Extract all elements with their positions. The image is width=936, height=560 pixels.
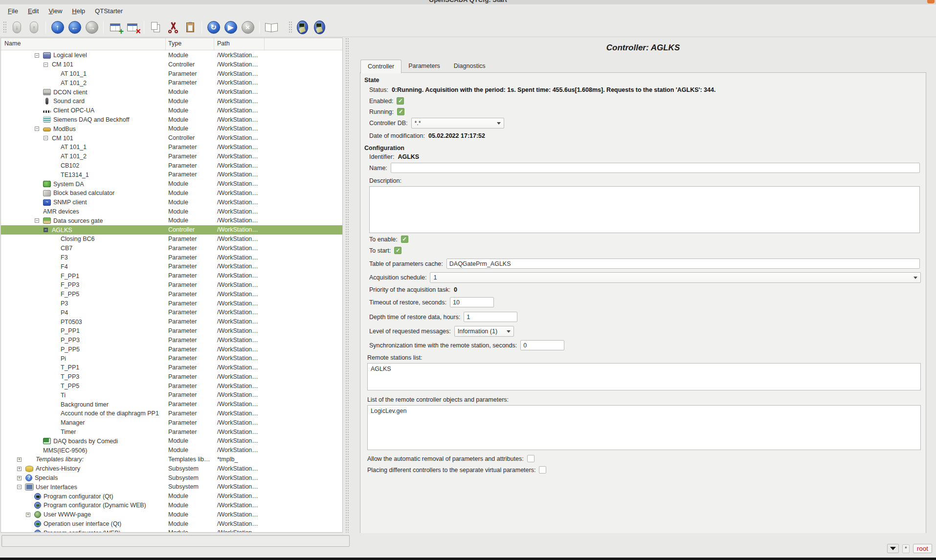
navigate-forward-button[interactable]: → <box>84 20 99 35</box>
parameters-cache-input[interactable] <box>446 258 920 269</box>
tree-row[interactable]: −P_PP1Parameter/WorkStation… <box>1 326 342 336</box>
tree-row[interactable]: −Program configurator (Dynamic WEB)Modul… <box>1 501 342 510</box>
tree-row[interactable]: −ModBusModule/WorkStation… <box>1 124 342 133</box>
tree-row[interactable]: −User InterfacesSubsystem/WorkStation… <box>1 482 342 492</box>
navigate-back-button[interactable]: ← <box>67 20 82 35</box>
cut-item-button[interactable] <box>165 20 180 35</box>
name-input[interactable] <box>391 163 920 173</box>
launch-qtcfg-button[interactable] <box>295 20 310 35</box>
running-checkbox[interactable] <box>397 108 404 115</box>
tree-row[interactable]: −Account node of the diaphragm PP1Parame… <box>1 409 342 418</box>
tree-row[interactable]: −AT 101_1Parameter/WorkStation… <box>1 69 342 79</box>
add-item-button[interactable]: + <box>108 20 123 35</box>
save-to-db-button[interactable]: ↑ <box>26 20 42 35</box>
status-dropdown-button[interactable] <box>887 544 899 553</box>
collapse-icon[interactable]: − <box>44 228 48 232</box>
tree-row[interactable]: −Sound cardModule/WorkStation… <box>1 97 342 106</box>
current-user-badge[interactable]: root <box>913 544 932 553</box>
to-enable-checkbox[interactable] <box>401 236 408 243</box>
tree-row[interactable]: −AMR devicesModule/WorkStation… <box>1 207 342 216</box>
tree-row[interactable]: +Archives-HistorySubsystem/WorkStation… <box>1 464 342 474</box>
tree-row[interactable]: −P_PP3Parameter/WorkStation… <box>1 336 342 345</box>
tree-row[interactable]: −Background timerParameter/WorkStation… <box>1 400 342 409</box>
expand-icon[interactable]: + <box>26 513 30 517</box>
acquisition-schedule-select[interactable]: 1 <box>430 272 921 283</box>
tree-row[interactable]: −Data sources gateModule/WorkStation… <box>1 216 342 225</box>
tree-row[interactable]: −Client OPC-UAModule/WorkStation… <box>1 106 342 115</box>
tree-row[interactable]: −Program configurator (Qt)Module/WorkSta… <box>1 492 342 501</box>
collapse-icon[interactable]: − <box>35 218 39 223</box>
menu-view[interactable]: View <box>44 5 67 17</box>
collapse-icon[interactable]: − <box>35 53 39 58</box>
tab-controller[interactable]: Controller <box>360 60 401 73</box>
tree-row[interactable]: −F4Parameter/WorkStation… <box>1 262 342 271</box>
load-from-db-button[interactable]: ↓ <box>9 20 24 35</box>
tree-row[interactable]: −Siemens DAQ and BeckhoffModule/WorkStat… <box>1 115 342 125</box>
toolbar-handle[interactable] <box>3 21 6 34</box>
column-divider[interactable] <box>165 38 166 50</box>
tree-row[interactable]: −T_PP3Parameter/WorkStation… <box>1 372 342 382</box>
tab-diagnostics[interactable]: Diagnostics <box>447 60 492 73</box>
column-header-name[interactable]: Name <box>4 40 21 47</box>
tree-row[interactable]: −P3Parameter/WorkStation… <box>1 299 342 308</box>
manual-button[interactable] <box>264 20 279 35</box>
tree-row[interactable]: −~SNMP clientModule/WorkStation… <box>1 198 342 207</box>
menu-file[interactable]: File <box>3 5 23 17</box>
tree-row[interactable]: −F_PP5Parameter/WorkStation… <box>1 290 342 299</box>
tree-row[interactable]: −Program configurator (WEB)Module/WorkSt… <box>1 528 342 532</box>
sync-time-input[interactable] <box>520 340 564 350</box>
tree-row[interactable]: −Block based calculatorModule/WorkStatio… <box>1 189 342 198</box>
tree-row[interactable]: −TE1314_1Parameter/WorkStation… <box>1 170 342 179</box>
tree-row[interactable]: +User WWW-pageModule/WorkStation… <box>1 510 342 519</box>
expand-icon[interactable]: + <box>17 467 22 471</box>
tree-row[interactable]: +?SpecialsSubsystem/WorkStation… <box>1 474 342 483</box>
tree-row[interactable]: −DAQ boards by ComediModule/WorkStation… <box>1 436 342 446</box>
tree-row[interactable]: +Templates library:Templates lib…*tmplb_ <box>1 455 342 464</box>
delete-item-button[interactable]: × <box>125 20 140 35</box>
timeout-restore-input[interactable] <box>450 297 494 307</box>
menu-edit[interactable]: Edit <box>23 5 44 17</box>
allow-removal-checkbox[interactable] <box>527 455 535 462</box>
depth-restore-input[interactable] <box>464 312 517 322</box>
collapse-icon[interactable]: − <box>44 136 48 140</box>
collapse-icon[interactable]: − <box>35 127 39 131</box>
toolbar-handle[interactable] <box>289 21 292 34</box>
tree-row[interactable]: −ManagerParameter/WorkStation… <box>1 418 342 428</box>
navigate-up-button[interactable]: ↑ <box>50 20 65 35</box>
tree-row[interactable]: −AT 101_2Parameter/WorkStation… <box>1 78 342 87</box>
collapse-icon[interactable]: − <box>17 485 22 489</box>
tree-row[interactable]: −Logical levelModule/WorkStation… <box>1 51 342 60</box>
paste-item-button[interactable] <box>182 20 198 35</box>
copy-item-button[interactable] <box>148 20 163 35</box>
column-divider[interactable] <box>264 38 265 50</box>
tree-row[interactable]: −PT0503Parameter/WorkStation… <box>1 317 342 326</box>
collapse-icon[interactable]: − <box>44 63 48 67</box>
panel-splitter[interactable] <box>345 38 350 533</box>
controller-db-select[interactable]: *.* <box>411 118 504 129</box>
expand-icon[interactable]: + <box>17 457 22 462</box>
tree-row[interactable]: −CB102Parameter/WorkStation… <box>1 161 342 171</box>
tree-row[interactable]: −T_PP1Parameter/WorkStation… <box>1 363 342 372</box>
tree-row[interactable]: −AT 101_1Parameter/WorkStation… <box>1 143 342 152</box>
tree-row[interactable]: −System DAModule/WorkStation… <box>1 179 342 189</box>
tree-row[interactable]: −P4Parameter/WorkStation… <box>1 308 342 317</box>
remote-stations-textarea[interactable]: AGLKS <box>367 363 921 390</box>
tree-row[interactable]: −Operation user interface (Qt)Module/Wor… <box>1 519 342 529</box>
start-updating-button[interactable]: ▶ <box>223 20 238 35</box>
placing-controllers-checkbox[interactable] <box>539 466 546 474</box>
column-header-path[interactable]: Path <box>217 40 230 47</box>
message-level-select[interactable]: Information (1) <box>454 326 514 337</box>
tree-row[interactable]: −PiParameter/WorkStation… <box>1 354 342 363</box>
tree-row[interactable]: −DCON clientModule/WorkStation… <box>1 87 342 97</box>
tree-row[interactable]: −CM 101Controller/WorkStation… <box>1 133 342 143</box>
description-textarea[interactable] <box>369 186 920 233</box>
tree-row[interactable]: −F3Parameter/WorkStation… <box>1 253 342 262</box>
enabled-checkbox[interactable] <box>397 97 404 105</box>
column-header-type[interactable]: Type <box>168 40 181 47</box>
tree-row[interactable]: −CM 101Controller/WorkStation… <box>1 60 342 69</box>
refresh-items-button[interactable]: ↻ <box>206 20 221 35</box>
remote-objects-textarea[interactable]: LogicLev.gen <box>367 405 921 450</box>
tab-parameters[interactable]: Parameters <box>401 60 447 73</box>
tree-row[interactable]: −TimerParameter/WorkStation… <box>1 428 342 437</box>
tree-row[interactable]: −CB7Parameter/WorkStation… <box>1 244 342 253</box>
